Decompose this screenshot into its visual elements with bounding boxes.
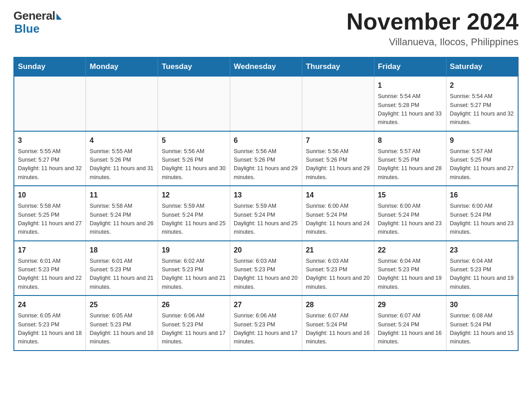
week-row-3: 10Sunrise: 5:58 AMSunset: 5:25 PMDayligh… <box>14 186 518 241</box>
day-number: 27 <box>234 300 298 310</box>
calendar-header-row: SundayMondayTuesdayWednesdayThursdayFrid… <box>14 57 518 76</box>
day-info: Sunrise: 5:58 AMSunset: 5:25 PMDaylight:… <box>18 202 82 237</box>
day-info: Sunrise: 5:59 AMSunset: 5:24 PMDaylight:… <box>162 202 226 237</box>
calendar-header: November 2024 Villanueva, Ilocos, Philip… <box>347 9 519 48</box>
calendar-cell <box>86 76 158 131</box>
calendar-cell: 6Sunrise: 5:56 AMSunset: 5:26 PMDaylight… <box>230 131 302 186</box>
calendar-cell: 13Sunrise: 5:59 AMSunset: 5:24 PMDayligh… <box>230 186 302 241</box>
calendar-cell: 4Sunrise: 5:55 AMSunset: 5:26 PMDaylight… <box>86 131 158 186</box>
logo-general-text: General <box>13 9 55 23</box>
day-number: 16 <box>450 190 514 201</box>
calendar-cell: 14Sunrise: 6:00 AMSunset: 5:24 PMDayligh… <box>302 186 374 241</box>
day-info: Sunrise: 5:56 AMSunset: 5:26 PMDaylight:… <box>162 147 226 182</box>
day-info: Sunrise: 5:55 AMSunset: 5:26 PMDaylight:… <box>90 147 154 182</box>
day-number: 22 <box>378 245 442 256</box>
calendar-table: SundayMondayTuesdayWednesdayThursdayFrid… <box>13 57 519 351</box>
page-header: General Blue November 2024 Villanueva, I… <box>13 9 519 48</box>
day-number: 26 <box>162 300 226 310</box>
day-number: 10 <box>18 190 82 201</box>
calendar-cell: 7Sunrise: 5:56 AMSunset: 5:26 PMDaylight… <box>302 131 374 186</box>
column-header-thursday: Thursday <box>302 57 374 76</box>
day-number: 30 <box>450 300 514 310</box>
day-number: 14 <box>306 190 370 201</box>
day-info: Sunrise: 6:00 AMSunset: 5:24 PMDaylight:… <box>306 202 370 237</box>
calendar-cell: 10Sunrise: 5:58 AMSunset: 5:25 PMDayligh… <box>14 186 86 241</box>
day-info: Sunrise: 6:01 AMSunset: 5:23 PMDaylight:… <box>18 257 82 292</box>
day-info: Sunrise: 6:01 AMSunset: 5:23 PMDaylight:… <box>90 257 154 292</box>
calendar-cell: 18Sunrise: 6:01 AMSunset: 5:23 PMDayligh… <box>86 241 158 296</box>
calendar-cell: 16Sunrise: 6:00 AMSunset: 5:24 PMDayligh… <box>446 186 518 241</box>
day-number: 17 <box>18 245 82 256</box>
logo-blue-text: Blue <box>14 22 39 36</box>
day-info: Sunrise: 6:04 AMSunset: 5:23 PMDaylight:… <box>450 257 514 292</box>
day-number: 19 <box>162 245 226 256</box>
column-header-friday: Friday <box>374 57 446 76</box>
day-number: 24 <box>18 300 82 310</box>
calendar-cell: 9Sunrise: 5:57 AMSunset: 5:25 PMDaylight… <box>446 131 518 186</box>
calendar-cell: 5Sunrise: 5:56 AMSunset: 5:26 PMDaylight… <box>158 131 230 186</box>
calendar-cell: 27Sunrise: 6:06 AMSunset: 5:23 PMDayligh… <box>230 295 302 351</box>
column-header-tuesday: Tuesday <box>158 57 230 76</box>
day-number: 4 <box>90 135 154 146</box>
column-header-wednesday: Wednesday <box>230 57 302 76</box>
day-info: Sunrise: 5:57 AMSunset: 5:25 PMDaylight:… <box>450 147 514 182</box>
calendar-cell: 1Sunrise: 5:54 AMSunset: 5:28 PMDaylight… <box>374 76 446 131</box>
day-number: 2 <box>450 80 514 91</box>
calendar-cell: 21Sunrise: 6:03 AMSunset: 5:23 PMDayligh… <box>302 241 374 296</box>
column-header-saturday: Saturday <box>446 57 518 76</box>
calendar-cell: 29Sunrise: 6:07 AMSunset: 5:24 PMDayligh… <box>374 295 446 351</box>
calendar-cell: 30Sunrise: 6:08 AMSunset: 5:24 PMDayligh… <box>446 295 518 351</box>
column-header-sunday: Sunday <box>14 57 86 76</box>
day-info: Sunrise: 5:57 AMSunset: 5:25 PMDaylight:… <box>378 147 442 182</box>
day-info: Sunrise: 6:03 AMSunset: 5:23 PMDaylight:… <box>234 257 298 292</box>
day-info: Sunrise: 6:07 AMSunset: 5:24 PMDaylight:… <box>378 312 442 347</box>
day-info: Sunrise: 6:05 AMSunset: 5:23 PMDaylight:… <box>18 312 82 347</box>
calendar-cell: 24Sunrise: 6:05 AMSunset: 5:23 PMDayligh… <box>14 295 86 351</box>
calendar-cell: 12Sunrise: 5:59 AMSunset: 5:24 PMDayligh… <box>158 186 230 241</box>
day-number: 18 <box>90 245 154 256</box>
calendar-cell: 11Sunrise: 5:58 AMSunset: 5:24 PMDayligh… <box>86 186 158 241</box>
calendar-cell <box>14 76 86 131</box>
calendar-cell <box>158 76 230 131</box>
day-info: Sunrise: 5:56 AMSunset: 5:26 PMDaylight:… <box>234 147 298 182</box>
day-info: Sunrise: 6:00 AMSunset: 5:24 PMDaylight:… <box>378 202 442 237</box>
day-number: 29 <box>378 300 442 310</box>
day-number: 7 <box>306 135 370 146</box>
day-number: 23 <box>450 245 514 256</box>
calendar-title: November 2024 <box>347 9 519 34</box>
calendar-cell: 15Sunrise: 6:00 AMSunset: 5:24 PMDayligh… <box>374 186 446 241</box>
day-info: Sunrise: 6:08 AMSunset: 5:24 PMDaylight:… <box>450 312 514 347</box>
week-row-4: 17Sunrise: 6:01 AMSunset: 5:23 PMDayligh… <box>14 241 518 296</box>
day-number: 20 <box>234 245 298 256</box>
week-row-1: 1Sunrise: 5:54 AMSunset: 5:28 PMDaylight… <box>14 76 518 131</box>
calendar-cell <box>230 76 302 131</box>
day-info: Sunrise: 6:02 AMSunset: 5:23 PMDaylight:… <box>162 257 226 292</box>
calendar-cell: 20Sunrise: 6:03 AMSunset: 5:23 PMDayligh… <box>230 241 302 296</box>
day-number: 12 <box>162 190 226 201</box>
calendar-cell: 2Sunrise: 5:54 AMSunset: 5:27 PMDaylight… <box>446 76 518 131</box>
day-number: 11 <box>90 190 154 201</box>
day-info: Sunrise: 5:56 AMSunset: 5:26 PMDaylight:… <box>306 147 370 182</box>
day-number: 9 <box>450 135 514 146</box>
day-info: Sunrise: 5:54 AMSunset: 5:28 PMDaylight:… <box>378 92 442 127</box>
day-info: Sunrise: 5:55 AMSunset: 5:27 PMDaylight:… <box>18 147 82 182</box>
day-number: 15 <box>378 190 442 201</box>
calendar-cell: 8Sunrise: 5:57 AMSunset: 5:25 PMDaylight… <box>374 131 446 186</box>
day-info: Sunrise: 5:58 AMSunset: 5:24 PMDaylight:… <box>90 202 154 237</box>
day-number: 6 <box>234 135 298 146</box>
calendar-cell: 28Sunrise: 6:07 AMSunset: 5:24 PMDayligh… <box>302 295 374 351</box>
week-row-2: 3Sunrise: 5:55 AMSunset: 5:27 PMDaylight… <box>14 131 518 186</box>
calendar-subtitle: Villanueva, Ilocos, Philippines <box>347 36 519 48</box>
day-info: Sunrise: 5:59 AMSunset: 5:24 PMDaylight:… <box>234 202 298 237</box>
day-info: Sunrise: 6:00 AMSunset: 5:24 PMDaylight:… <box>450 202 514 237</box>
day-info: Sunrise: 6:04 AMSunset: 5:23 PMDaylight:… <box>378 257 442 292</box>
day-number: 25 <box>90 300 154 310</box>
calendar-cell: 25Sunrise: 6:05 AMSunset: 5:23 PMDayligh… <box>86 295 158 351</box>
calendar-cell: 23Sunrise: 6:04 AMSunset: 5:23 PMDayligh… <box>446 241 518 296</box>
day-number: 13 <box>234 190 298 201</box>
day-info: Sunrise: 5:54 AMSunset: 5:27 PMDaylight:… <box>450 92 514 127</box>
day-info: Sunrise: 6:07 AMSunset: 5:24 PMDaylight:… <box>306 312 370 347</box>
day-info: Sunrise: 6:05 AMSunset: 5:23 PMDaylight:… <box>90 312 154 347</box>
calendar-cell <box>302 76 374 131</box>
calendar-cell: 22Sunrise: 6:04 AMSunset: 5:23 PMDayligh… <box>374 241 446 296</box>
